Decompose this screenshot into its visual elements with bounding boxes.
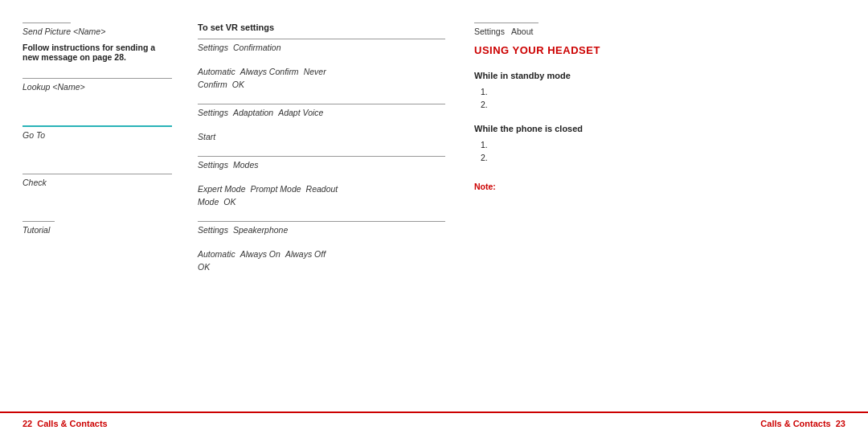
vr-settings-title: To set VR settings <box>198 23 445 32</box>
footer-page-right: 23 <box>836 419 845 428</box>
settings-label-1: Settings <box>198 43 228 52</box>
right-divider-top <box>474 23 538 23</box>
mid-section-4: Start <box>198 132 445 145</box>
mid-labels-6: Expert Mode Prompt Mode Readout <box>198 184 445 194</box>
ok-label-8: OK <box>198 262 210 272</box>
left-section-4: Check <box>23 174 172 194</box>
mid-divider-3 <box>198 104 445 104</box>
col-middle: To set VR settings Settings Confirmation… <box>185 0 458 434</box>
left-section-5: Tutorial <box>23 221 172 241</box>
settings-label-7: Settings <box>198 225 228 235</box>
closed-item-1: 1. <box>481 140 845 149</box>
mid-divider-5 <box>198 156 445 157</box>
teal-divider <box>23 125 172 127</box>
mid-labels-8b: OK <box>198 262 445 272</box>
standby-item-1: 1. <box>481 87 845 96</box>
confirm-label: Confirm <box>198 80 227 89</box>
col-right: Settings About USING YOUR HEADSET While … <box>458 0 868 434</box>
left-section-3: Go To <box>23 125 172 146</box>
always-confirm-label: Always Confirm <box>240 67 299 76</box>
ok-label-6: OK <box>223 197 235 207</box>
settings-label-right: Settings <box>474 27 505 36</box>
readout-label: Readout <box>306 184 338 194</box>
mid-labels-2b: Confirm OK <box>198 80 445 89</box>
closed-list: 1. 2. <box>481 140 845 166</box>
always-off-label: Always Off <box>285 249 326 259</box>
mid-section-5: Settings Modes <box>198 156 445 173</box>
start-label: Start <box>198 132 215 141</box>
send-picture-label: Send Picture <Name> <box>23 27 172 36</box>
adaptation-label: Adaptation <box>233 108 273 117</box>
automatic-label-1: Automatic <box>198 67 235 76</box>
follow-instructions-text: Follow instructions for sending a new me… <box>23 43 172 62</box>
adapt-voice-label: Adapt Voice <box>278 108 323 117</box>
mid-labels-1: Settings Confirmation <box>198 43 445 52</box>
settings-label-3: Settings <box>198 108 228 117</box>
mid-section-1: Settings Confirmation <box>198 39 445 55</box>
mid-section-2: Automatic Always Confirm Never Confirm O… <box>198 67 445 92</box>
mid-labels-7: Settings Speakerphone <box>198 225 445 235</box>
mid-section-3: Settings Adaptation Adapt Voice <box>198 104 445 121</box>
settings-about-section: Settings About <box>474 23 845 36</box>
phone-closed-title: While the phone is closed <box>474 124 845 133</box>
mid-divider-1 <box>198 39 445 39</box>
mid-divider-7 <box>198 221 445 222</box>
footer-label-left: Calls & Contacts <box>37 419 107 428</box>
mid-labels-4: Start <box>198 132 445 141</box>
footer: 22 Calls & Contacts Calls & Contacts 23 <box>0 411 868 434</box>
closed-item-2: 2. <box>481 153 845 162</box>
page-container: Send Picture <Name> Follow instructions … <box>0 0 868 434</box>
never-label: Never <box>304 67 326 76</box>
mid-labels-3: Settings Adaptation Adapt Voice <box>198 108 445 117</box>
goto-label: Go To <box>23 130 172 140</box>
divider-5 <box>23 221 55 222</box>
divider-1 <box>23 23 71 23</box>
modes-label: Modes <box>233 160 259 170</box>
mid-labels-2: Automatic Always Confirm Never <box>198 67 445 76</box>
mid-section-6: Expert Mode Prompt Mode Readout Mode OK <box>198 184 445 210</box>
standby-item-2: 2. <box>481 100 845 109</box>
note-label: Note: <box>474 182 845 191</box>
mid-section-7: Settings Speakerphone <box>198 221 445 238</box>
expert-mode-label: Expert Mode <box>198 184 246 194</box>
mode-label: Mode <box>198 197 219 207</box>
mid-labels-5: Settings Modes <box>198 160 445 170</box>
settings-label-5: Settings <box>198 160 228 170</box>
about-label: About <box>511 27 533 36</box>
standby-list: 1. 2. <box>481 87 845 113</box>
divider-2 <box>23 78 172 79</box>
check-label: Check <box>23 178 172 187</box>
always-on-label: Always On <box>240 249 280 259</box>
footer-left: 22 Calls & Contacts <box>23 419 108 428</box>
footer-right: Calls & Contacts 23 <box>760 419 845 428</box>
prompt-mode-label: Prompt Mode <box>251 184 301 194</box>
lookup-label: Lookup <Name> <box>23 82 172 92</box>
confirmation-label: Confirmation <box>233 43 281 52</box>
mid-labels-6b: Mode OK <box>198 197 445 207</box>
using-headset-title: USING YOUR HEADSET <box>474 44 845 56</box>
col-left: Send Picture <Name> Follow instructions … <box>0 0 185 434</box>
footer-page-left: 22 <box>23 419 32 428</box>
left-section-1: Send Picture <Name> Follow instructions … <box>23 23 172 67</box>
mid-section-8: Automatic Always On Always Off OK <box>198 249 445 275</box>
standby-title: While in standby mode <box>474 71 845 80</box>
left-section-2: Lookup <Name> <box>23 78 172 98</box>
footer-label-right: Calls & Contacts <box>760 419 830 428</box>
speakerphone-label: Speakerphone <box>233 225 288 235</box>
ok-label-1: OK <box>232 80 244 89</box>
tutorial-label: Tutorial <box>23 225 172 235</box>
automatic-label-8: Automatic <box>198 249 235 259</box>
settings-about-labels: Settings About <box>474 27 533 36</box>
mid-labels-8: Automatic Always On Always Off <box>198 249 445 259</box>
divider-4 <box>23 174 172 174</box>
